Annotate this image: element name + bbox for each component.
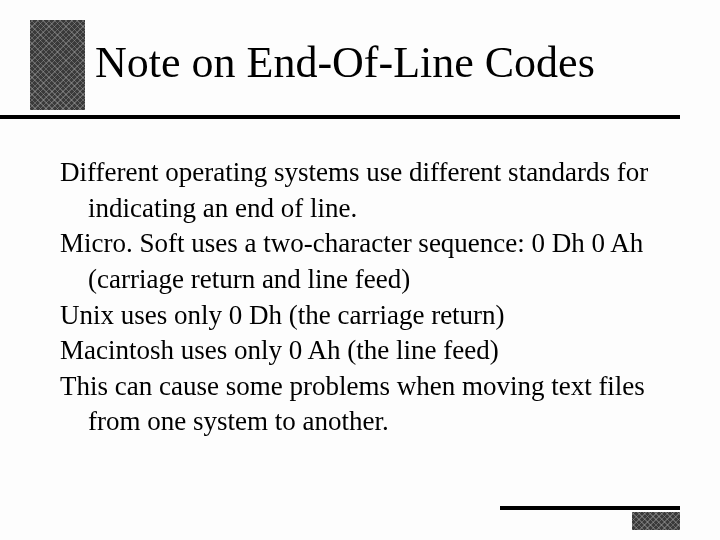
- decor-block-top: [30, 20, 85, 110]
- paragraph: Different operating systems use differen…: [60, 155, 660, 226]
- paragraph: Macintosh uses only 0 Ah (the line feed): [60, 333, 660, 369]
- slide: Note on End-Of-Line Codes Different oper…: [0, 0, 720, 540]
- slide-body: Different operating systems use differen…: [60, 155, 660, 440]
- title-rule: [0, 115, 680, 119]
- slide-title: Note on End-Of-Line Codes: [95, 40, 680, 86]
- footer-rule: [500, 506, 680, 510]
- paragraph: This can cause some problems when moving…: [60, 369, 660, 440]
- paragraph: Unix uses only 0 Dh (the carriage return…: [60, 298, 660, 334]
- paragraph: Micro. Soft uses a two-character sequenc…: [60, 226, 660, 297]
- decor-block-bottom: [632, 512, 680, 530]
